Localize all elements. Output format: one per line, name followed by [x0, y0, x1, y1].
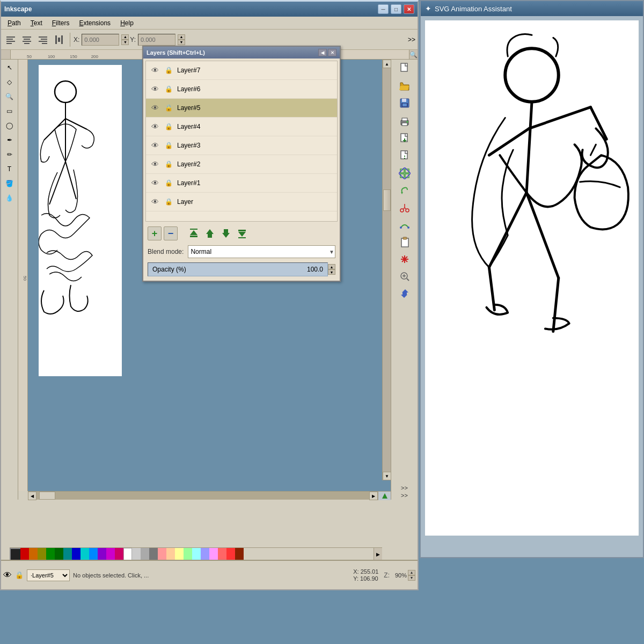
- tool-clipboard[interactable]: [397, 234, 413, 250]
- color-green[interactable]: [46, 548, 55, 561]
- layers-close-btn[interactable]: ✕: [328, 49, 336, 56]
- tool-align-right[interactable]: [35, 32, 50, 47]
- menu-help[interactable]: Help: [116, 18, 138, 28]
- color-gray[interactable]: [141, 548, 149, 561]
- menu-extensions[interactable]: Extensions: [75, 18, 115, 28]
- color-peach[interactable]: [166, 548, 175, 561]
- color-lavender[interactable]: [201, 548, 209, 561]
- menu-text[interactable]: Text: [26, 18, 47, 28]
- color-salmon[interactable]: [218, 548, 226, 561]
- color-olive[interactable]: [38, 548, 46, 561]
- color-pink[interactable]: [115, 548, 123, 561]
- color-sky-blue[interactable]: [89, 548, 98, 561]
- color-light-magenta[interactable]: [209, 548, 218, 561]
- zoom-spinner[interactable]: ▲ ▼: [408, 570, 415, 581]
- toolbar-expand[interactable]: >>: [408, 36, 415, 43]
- tool-save[interactable]: [397, 95, 413, 111]
- move-to-bottom-button[interactable]: [235, 226, 250, 241]
- color-yellow[interactable]: [175, 548, 184, 561]
- scroll-track-h[interactable]: [36, 492, 369, 500]
- right-toolbar-expand-bottom[interactable]: >>: [392, 485, 416, 491]
- x-spin-down[interactable]: ▼: [121, 40, 129, 45]
- tool-select[interactable]: ↖: [3, 61, 17, 75]
- color-white[interactable]: [123, 548, 132, 561]
- tool-align-center[interactable]: [19, 32, 34, 47]
- remove-layer-button[interactable]: −: [164, 226, 178, 240]
- menu-path[interactable]: Path: [3, 18, 25, 28]
- tool-rect[interactable]: ▭: [3, 104, 17, 118]
- layer-item-4[interactable]: 👁 🔒 Layer#4: [146, 118, 337, 136]
- move-to-top-button[interactable]: [186, 226, 201, 241]
- tool-print[interactable]: [397, 114, 413, 130]
- nav-toggle[interactable]: [378, 492, 391, 500]
- color-teal[interactable]: [63, 548, 72, 561]
- color-dark-green[interactable]: [55, 548, 63, 561]
- right-toolbar-expand-top[interactable]: >>: [392, 492, 416, 499]
- layer-item-1[interactable]: 👁 🔒 Layer#1: [146, 174, 337, 193]
- close-button[interactable]: ✕: [404, 4, 414, 14]
- maximize-button[interactable]: □: [391, 4, 401, 14]
- zoom-down[interactable]: ▼: [408, 575, 415, 581]
- color-bright-red[interactable]: [226, 548, 235, 561]
- color-light-cyan[interactable]: [192, 548, 201, 561]
- zoom-icon[interactable]: 🔍: [409, 50, 418, 60]
- layers-collapse-btn[interactable]: ◀: [318, 49, 327, 56]
- scroll-track-v[interactable]: [383, 68, 391, 472]
- x-spinner[interactable]: ▲ ▼: [121, 34, 129, 45]
- color-scroll-right[interactable]: ▶: [374, 548, 382, 561]
- color-orange[interactable]: [29, 548, 38, 561]
- color-brown[interactable]: [235, 548, 244, 561]
- opacity-up[interactable]: ▲: [328, 264, 335, 269]
- layer-item-6[interactable]: 👁 🔒 Layer#6: [146, 80, 337, 99]
- tool-zoom-dialog[interactable]: [397, 268, 413, 284]
- horizontal-scrollbar[interactable]: ◀ ▶: [28, 491, 391, 500]
- tool-text[interactable]: T: [3, 162, 17, 176]
- scroll-up-button[interactable]: ▲: [383, 60, 391, 68]
- move-up-button[interactable]: [202, 226, 217, 241]
- tool-export[interactable]: [397, 148, 413, 164]
- menu-filters[interactable]: Filters: [48, 18, 74, 28]
- tool-undo[interactable]: [397, 182, 413, 199]
- layer-item-5[interactable]: 👁 🔒 Layer#5: [146, 99, 337, 118]
- tool-node[interactable]: ◇: [3, 75, 17, 89]
- layer-item-2[interactable]: 👁 🔒 Layer#2: [146, 155, 337, 174]
- x-spin-up[interactable]: ▲: [121, 34, 129, 40]
- y-input[interactable]: [138, 34, 175, 46]
- tool-effects[interactable]: [397, 251, 413, 267]
- color-light-pink[interactable]: [158, 548, 166, 561]
- scroll-right-button[interactable]: ▶: [369, 492, 378, 500]
- scroll-thumb-h[interactable]: [39, 492, 55, 500]
- tool-node-edit[interactable]: [397, 217, 413, 233]
- vertical-scrollbar[interactable]: ▲ ▼: [382, 60, 391, 480]
- tool-align-left[interactable]: [3, 32, 18, 47]
- tool-snap-grid[interactable]: [397, 165, 413, 181]
- tool-new-doc[interactable]: [397, 61, 413, 77]
- blend-mode-select[interactable]: Normal Multiply Screen Overlay Darken Li…: [188, 245, 335, 258]
- color-light-green[interactable]: [184, 548, 192, 561]
- color-cyan[interactable]: [80, 548, 89, 561]
- tool-dropper[interactable]: 💧: [3, 191, 17, 205]
- color-red[interactable]: [20, 548, 29, 561]
- layer-item-3[interactable]: 👁 🔒 Layer#3: [146, 136, 337, 155]
- tool-transform[interactable]: [397, 286, 413, 302]
- tool-distribute[interactable]: [52, 32, 67, 47]
- x-input[interactable]: [82, 34, 119, 46]
- layer-item-7[interactable]: 👁 🔒 Layer#7: [146, 61, 337, 80]
- minimize-button[interactable]: ─: [378, 4, 389, 14]
- color-light-gray[interactable]: [132, 548, 141, 561]
- zoom-up[interactable]: ▲: [408, 570, 415, 575]
- tool-cut[interactable]: [397, 200, 413, 216]
- tool-fill[interactable]: 🪣: [3, 177, 17, 191]
- move-down-button[interactable]: [218, 226, 233, 241]
- y-spinner[interactable]: ▲ ▼: [178, 34, 185, 45]
- layers-list[interactable]: 👁 🔒 Layer#7 👁 🔒 Layer#6 👁 🔒 Layer#5 👁 🔒 …: [145, 61, 338, 222]
- status-layer-select[interactable]: ·Layer#5: [27, 569, 70, 581]
- color-purple[interactable]: [98, 548, 106, 561]
- y-spin-up[interactable]: ▲: [178, 34, 185, 40]
- scroll-left-button[interactable]: ◀: [28, 492, 36, 500]
- tool-open[interactable]: [397, 78, 413, 94]
- tool-zoom[interactable]: 🔍: [3, 90, 17, 104]
- color-blue[interactable]: [72, 548, 80, 561]
- tool-pen[interactable]: ✒: [3, 133, 17, 147]
- opacity-spinner[interactable]: ▲ ▼: [328, 264, 335, 275]
